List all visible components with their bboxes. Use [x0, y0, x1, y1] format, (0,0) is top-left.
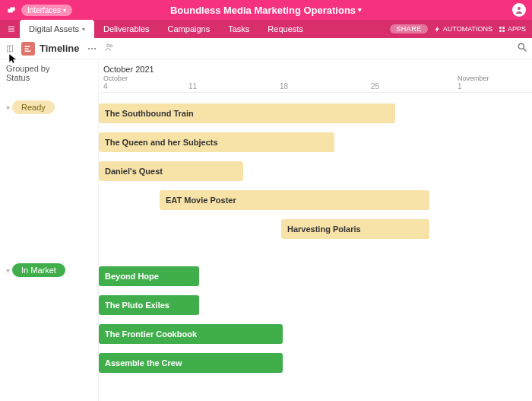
automations-button[interactable]: AUTOMATIONS: [434, 25, 492, 33]
svg-point-12: [518, 43, 524, 49]
tab-requests[interactable]: Requests: [258, 20, 312, 38]
tick-day: 25: [371, 82, 379, 91]
collapse-sidebar-button[interactable]: [5, 44, 17, 53]
date-tick: October4: [103, 75, 128, 91]
date-tick: 11: [188, 82, 197, 91]
svg-rect-8: [25, 48, 29, 49]
workspace-title-text: Boundless Media Marketing Operations: [170, 5, 356, 16]
timeline-bar-label: The Pluto Exiles: [105, 301, 169, 310]
workspace-title[interactable]: Boundless Media Marketing Operations ▾: [170, 5, 362, 16]
user-avatar[interactable]: [512, 3, 526, 17]
timeline-bar[interactable]: Beyond Hope: [99, 266, 199, 286]
tick-month: October: [103, 75, 128, 82]
search-icon[interactable]: [517, 42, 527, 55]
tab-digital-assets[interactable]: Digital Assets▾: [20, 20, 94, 38]
table-tabs: Digital Assets▾DeliverablesCampaignsTask…: [0, 20, 532, 38]
svg-rect-9: [25, 50, 31, 52]
automations-label: AUTOMATIONS: [443, 25, 492, 33]
tab-label: Campaigns: [168, 24, 211, 33]
date-ticks: October4111825November1: [99, 76, 532, 93]
view-title[interactable]: Timeline: [40, 43, 80, 54]
chevron-down-icon: ▾: [63, 7, 66, 14]
app-header: Interfaces ▾ Boundless Media Marketing O…: [0, 0, 532, 20]
timeline-bar-label: The Queen and her Subjects: [105, 138, 218, 147]
interfaces-pill[interactable]: Interfaces ▾: [21, 5, 72, 16]
group-in-market: Beyond HopeThe Pluto ExilesThe Frontier …: [99, 266, 532, 388]
date-tick: 18: [280, 82, 288, 91]
svg-rect-3: [499, 30, 502, 32]
timeline-lanes: The Southbound TrainThe Queen and her Su…: [99, 93, 532, 388]
timeline-bar-label: The Southbound Train: [105, 109, 194, 118]
svg-line-13: [524, 49, 527, 52]
timeline-bar-label: The Frontier Cookbook: [105, 329, 197, 339]
timeline-bar[interactable]: Daniel's Quest: [99, 161, 243, 181]
timeline-bar-label: Harvesting Polaris: [287, 224, 361, 234]
timeline-bar[interactable]: Assemble the Crew: [99, 353, 283, 373]
tab-label: Digital Assets: [29, 24, 79, 33]
timeline-view-icon[interactable]: [21, 42, 35, 56]
tab-label: Deliverables: [103, 24, 150, 33]
timeline-bar[interactable]: The Pluto Exiles: [99, 295, 199, 315]
date-tick: November1: [458, 75, 489, 91]
svg-rect-7: [25, 46, 30, 47]
hamburger-menu-icon[interactable]: [3, 20, 20, 38]
grouped-by-field: Status: [6, 73, 92, 82]
mouse-cursor-icon: [8, 52, 18, 68]
svg-point-0: [518, 7, 521, 10]
tab-label: Tasks: [228, 24, 249, 33]
timeline-bar-label: EAT Movie Poster: [166, 196, 236, 205]
timeline-bar[interactable]: Harvesting Polaris: [281, 219, 429, 239]
tick-day: 11: [188, 82, 197, 91]
timeline-body: Grouped by Status ▾Ready▾In Market Octob…: [0, 59, 532, 401]
tick-day: 1: [458, 82, 489, 91]
timeline-bar-label: Daniel's Quest: [105, 167, 163, 176]
svg-point-11: [109, 45, 112, 47]
people-icon[interactable]: [104, 42, 115, 55]
grouped-by-label: Grouped by: [6, 64, 92, 73]
brand-logo-icon[interactable]: [6, 5, 17, 15]
chevron-down-icon: ▾: [82, 26, 85, 33]
group-collapse-chevron-icon[interactable]: ▾: [6, 103, 10, 112]
tick-month: November: [458, 75, 489, 82]
svg-rect-1: [499, 27, 502, 29]
tab-label: Requests: [268, 24, 302, 33]
apps-label: APPS: [508, 25, 526, 33]
brand-area: Interfaces ▾: [6, 5, 72, 16]
group-ready: The Southbound TrainThe Queen and her Su…: [99, 103, 532, 248]
timeline-bar-label: Assemble the Crew: [105, 358, 182, 368]
tick-day: 18: [280, 82, 288, 91]
tabs-right-tools: SHARE AUTOMATIONS APPS: [390, 20, 532, 38]
svg-rect-4: [502, 30, 505, 32]
tab-deliverables[interactable]: Deliverables: [94, 20, 159, 38]
chevron-down-icon: ▾: [358, 6, 362, 14]
timeline-bar[interactable]: The Queen and her Subjects: [99, 132, 334, 152]
date-tick: 25: [371, 82, 379, 91]
group-pill-in-market[interactable]: In Market: [12, 263, 65, 277]
apps-button[interactable]: APPS: [499, 25, 526, 33]
timeline-bar[interactable]: The Southbound Train: [99, 103, 395, 123]
tab-tasks[interactable]: Tasks: [219, 20, 258, 38]
timeline-bar-label: Beyond Hope: [105, 272, 159, 281]
interfaces-pill-label: Interfaces: [27, 6, 61, 14]
timeline-pane[interactable]: October 2021 October4111825November1 The…: [99, 59, 532, 401]
left-column: Grouped by Status ▾Ready▾In Market: [0, 59, 99, 401]
view-more-menu[interactable]: ⋯: [84, 43, 100, 54]
svg-rect-2: [502, 27, 505, 29]
date-header: October 2021 October4111825November1: [99, 59, 532, 93]
tick-day: 4: [103, 82, 128, 91]
timeline-bar[interactable]: The Frontier Cookbook: [99, 324, 283, 344]
group-collapse-chevron-icon[interactable]: ▾: [6, 266, 10, 275]
share-button[interactable]: SHARE: [390, 24, 428, 33]
tab-campaigns[interactable]: Campaigns: [159, 20, 220, 38]
view-bar: Timeline ⋯: [0, 38, 532, 59]
group-pill-ready[interactable]: Ready: [12, 100, 55, 114]
timeline-bar[interactable]: EAT Movie Poster: [160, 190, 429, 210]
svg-point-10: [106, 44, 109, 47]
